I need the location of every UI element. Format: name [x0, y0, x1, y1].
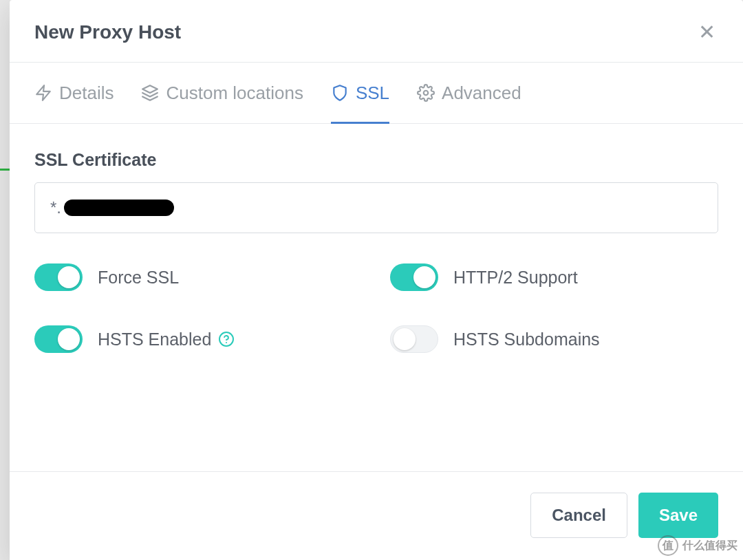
bolt-icon [34, 84, 52, 102]
tab-advanced[interactable]: Advanced [417, 63, 521, 123]
cancel-button[interactable]: Cancel [530, 493, 627, 538]
ssl-cert-prefix: *. [50, 198, 61, 217]
toggle-grid: Force SSL HTTP/2 Support HSTS Enabled [34, 263, 718, 353]
ssl-cert-redacted [64, 200, 174, 216]
hsts-enabled-toggle[interactable] [34, 325, 83, 353]
save-button[interactable]: Save [638, 493, 718, 538]
http2-support-label: HTTP/2 Support [453, 268, 578, 288]
tab-details[interactable]: Details [34, 63, 114, 123]
watermark: 值 什么值得买 [658, 535, 737, 556]
tab-label: Advanced [442, 83, 521, 104]
close-icon: ✕ [698, 21, 715, 43]
toggle-knob [394, 328, 416, 350]
shield-icon [331, 84, 349, 102]
ssl-certificate-select[interactable]: *. [34, 182, 718, 233]
hsts-subdomains-label: HSTS Subdomains [453, 330, 600, 349]
tab-label: SSL [356, 83, 389, 104]
toggle-row-hsts: HSTS Enabled [34, 325, 363, 353]
modal-body: SSL Certificate *. Force SSL HTTP/2 Supp… [10, 124, 743, 471]
close-button[interactable]: ✕ [696, 19, 718, 45]
toggle-knob [58, 266, 80, 288]
tab-custom-locations[interactable]: Custom locations [141, 63, 303, 123]
toggle-knob [58, 328, 80, 350]
background-accent [0, 169, 10, 171]
gear-icon [417, 84, 435, 102]
tab-label: Custom locations [166, 83, 303, 104]
proxy-host-modal: New Proxy Host ✕ Details Custom location… [10, 0, 743, 560]
toggle-row-hsts-subdomains: HSTS Subdomains [390, 325, 718, 353]
hsts-subdomains-toggle[interactable] [390, 325, 438, 353]
watermark-icon: 值 [658, 535, 678, 556]
tab-ssl[interactable]: SSL [331, 63, 389, 123]
modal-footer: Cancel Save [10, 471, 743, 560]
http2-support-toggle[interactable] [390, 263, 438, 291]
svg-marker-1 [143, 85, 158, 93]
help-icon[interactable] [218, 331, 235, 347]
tab-label: Details [59, 83, 114, 104]
watermark-text: 什么值得买 [682, 539, 737, 553]
force-ssl-toggle[interactable] [34, 263, 83, 291]
toggle-row-http2: HTTP/2 Support [390, 263, 718, 291]
modal-header: New Proxy Host ✕ [10, 0, 743, 62]
toggle-row-force-ssl: Force SSL [34, 263, 363, 291]
ssl-certificate-label: SSL Certificate [34, 150, 718, 170]
hsts-enabled-label: HSTS Enabled [98, 330, 235, 349]
modal-title: New Proxy Host [34, 21, 181, 43]
hsts-enabled-text: HSTS Enabled [98, 330, 211, 349]
layers-icon [141, 84, 159, 102]
svg-marker-0 [36, 85, 50, 100]
ssl-certificate-value: *. [50, 198, 174, 217]
toggle-knob [413, 266, 435, 288]
svg-point-2 [424, 91, 429, 96]
tab-bar: Details Custom locations SSL Advanced [10, 62, 743, 124]
force-ssl-label: Force SSL [98, 268, 179, 288]
